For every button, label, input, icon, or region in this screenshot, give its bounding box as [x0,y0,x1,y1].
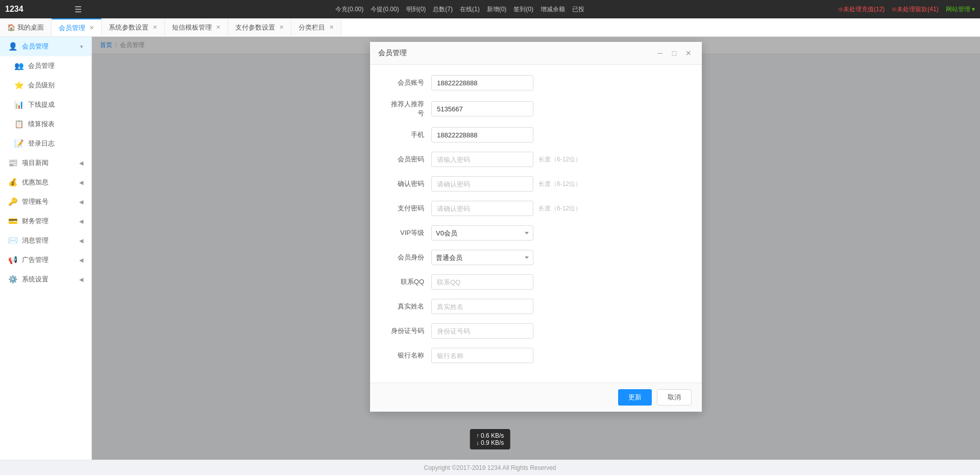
modal-member-manage: 会员管理 ─ □ ✕ 会员账号 推荐人推荐号 [370,42,702,412]
sidebar-login-log-label: 登录日志 [28,139,55,148]
sidebar-message-icon: ✉️ [8,236,18,245]
sidebar-item-performance[interactable]: 📋 绩算报表 [0,114,91,134]
form-input-confirm-password[interactable] [431,176,533,192]
form-row-phone: 手机 [385,127,687,142]
form-label-qq: 联系QQ [385,277,431,287]
form-label-bank-name: 银行名称 [385,351,431,360]
stat-online[interactable]: 在线(1) [460,5,480,14]
net-upload: ↑ 0.6 KB/s [476,432,504,439]
form-row-real-name: 真实姓名 [385,299,687,314]
stat-new[interactable]: 新增(0) [487,5,507,14]
modal-title: 会员管理 [378,49,407,58]
modal-maximize-button[interactable]: □ [669,48,679,58]
sidebar-item-news[interactable]: 📰 项目新闻 ◀ [0,153,91,173]
sidebar-downline-icon: 📊 [14,100,24,109]
stat-invested[interactable]: 已投 [572,5,584,14]
sidebar-item-finance[interactable]: 💳 财务管理 ◀ [0,211,91,231]
tab-home[interactable]: 🏠 我的桌面 [0,18,52,37]
sidebar-item-settings[interactable]: ⚙️ 系统设置 ◀ [0,270,91,289]
tab-category[interactable]: 分类栏目 ✕ [291,18,341,37]
form-row-vip: VIP等级 V0会员 V1会员 V2会员 V3会员 [385,225,687,241]
sidebar-ads-icon: 📢 [8,255,18,265]
stat-today-recharge[interactable]: 今充(0.00) [335,5,363,14]
stat-tomorrow-arrive[interactable]: 明到(0) [406,5,426,14]
sidebar-item-discount[interactable]: 💰 优惠加息 ◀ [0,173,91,192]
alert-deposit[interactable]: ⊙未处理留款(41) [892,5,938,14]
sidebar-member-manage-group-label: 会员管理 [22,42,48,51]
sidebar-finance-icon: 💳 [8,217,18,226]
sidebar-finance-label: 财务管理 [22,217,48,226]
form-label-member-role: 会员身份 [385,253,431,262]
topbar-stats: 今充(0.00) 今提(0.00) 明到(0) 总数(7) 在线(1) 新增(0… [90,5,830,14]
stat-adjust-balance[interactable]: 增减余额 [541,5,565,14]
modal-minimize-button[interactable]: ─ [655,48,665,58]
tab-member-manage[interactable]: 会员管理 ✕ [52,18,102,37]
tab-sms-template-close[interactable]: ✕ [216,24,220,31]
tab-sms-template[interactable]: 短信模板管理 ✕ [165,18,228,37]
cancel-button[interactable]: 取消 [657,389,692,406]
content-area: 首页 / 会员管理 会员管理 ─ □ ✕ [92,37,980,460]
sidebar-ads-label: 广告管理 [22,255,48,265]
sidebar-item-downline[interactable]: 📊 下线提成 [0,95,91,114]
tab-payment-params-close[interactable]: ✕ [279,24,284,31]
form-label-id-card: 身份证号码 [385,326,431,336]
sidebar-member-manage-icon: 👥 [14,61,24,70]
form-select-vip[interactable]: V0会员 V1会员 V2会员 V3会员 [431,225,533,241]
tab-member-manage-close[interactable]: ✕ [89,25,94,31]
tab-home-label: 我的桌面 [17,23,44,32]
sidebar-performance-label: 绩算报表 [28,120,55,129]
form-select-member-role[interactable]: 普通会员 代理会员 VIP会员 [431,250,533,265]
form-input-qq[interactable] [431,274,533,290]
stat-checkin[interactable]: 签到(0) [513,5,533,14]
tab-system-params-close[interactable]: ✕ [153,24,157,31]
form-label-phone: 手机 [385,130,431,139]
topbar: 1234 ☰ 今充(0.00) 今提(0.00) 明到(0) 总数(7) 在线(… [0,0,980,18]
main-layout: 👤 会员管理 ▾ 👥 会员管理 ⭐ 会员级别 📊 下线提成 📋 绩算报表 📝 登… [0,37,980,460]
sidebar-chevron-9: ◀ [79,218,83,225]
sidebar-chevron-0: ▾ [80,43,83,50]
sidebar-item-member-manage[interactable]: 👥 会员管理 [0,56,91,76]
form-input-bank-name[interactable] [431,348,533,363]
sidebar-item-member-level[interactable]: ⭐ 会员级别 [0,76,91,95]
form-input-password[interactable] [431,152,533,167]
sidebar-item-message[interactable]: ✉️ 消息管理 ◀ [0,231,91,250]
sidebar-item-member-manage-group[interactable]: 👤 会员管理 ▾ [0,37,91,56]
modal-overlay: 会员管理 ─ □ ✕ 会员账号 推荐人推荐号 [92,37,980,460]
sidebar-discount-label: 优惠加息 [22,178,48,187]
stat-total[interactable]: 总数(7) [433,5,453,14]
tab-category-close[interactable]: ✕ [329,24,334,31]
sidebar-item-login-log[interactable]: 📝 登录日志 [0,134,91,153]
sidebar-login-log-icon: 📝 [14,139,24,148]
modal-controls: ─ □ ✕ [655,48,694,58]
form-hint-password: 长度（6-12位） [538,155,581,164]
modal-close-button[interactable]: ✕ [683,48,694,58]
modal-footer: 更新 取消 [370,383,702,412]
site-manage-link[interactable]: 网站管理 ▾ [946,5,975,14]
form-input-account[interactable] [431,75,533,90]
sidebar-admin-icon: 🔑 [8,197,18,206]
form-input-phone[interactable] [431,127,533,142]
topbar-alerts: ⊙未处理充值(12) ⊙未处理留款(41) 网站管理 ▾ [838,5,975,14]
tab-sms-template-label: 短信模板管理 [172,23,212,32]
sidebar-item-ads[interactable]: 📢 广告管理 ◀ [0,250,91,270]
menu-icon[interactable]: ☰ [75,5,82,14]
confirm-button[interactable]: 更新 [618,389,652,406]
form-row-qq: 联系QQ [385,274,687,290]
tab-payment-params[interactable]: 支付参数设置 ✕ [228,18,291,37]
form-label-vip: VIP等级 [385,228,431,238]
form-input-real-name[interactable] [431,299,533,314]
form-input-pay-password[interactable] [431,201,533,216]
sidebar-item-admin[interactable]: 🔑 管理账号 ◀ [0,192,91,211]
tab-system-params-label: 系统参数设置 [109,23,149,32]
form-hint-confirm-password: 长度（6-12位） [538,180,581,188]
sidebar-chevron-7: ◀ [79,179,83,186]
form-row-id-card: 身份证号码 [385,323,687,339]
form-input-referrer[interactable] [431,101,533,116]
sidebar-chevron-6: ◀ [79,160,83,167]
tab-system-params[interactable]: 系统参数设置 ✕ [102,18,165,37]
form-input-id-card[interactable] [431,323,533,339]
stat-today-withdraw[interactable]: 今提(0.00) [371,5,399,14]
alert-recharge[interactable]: ⊙未处理充值(12) [838,5,885,14]
form-label-account: 会员账号 [385,78,431,87]
page-footer: Copyright ©2017-2019 1234 All Rights Res… [0,460,980,475]
